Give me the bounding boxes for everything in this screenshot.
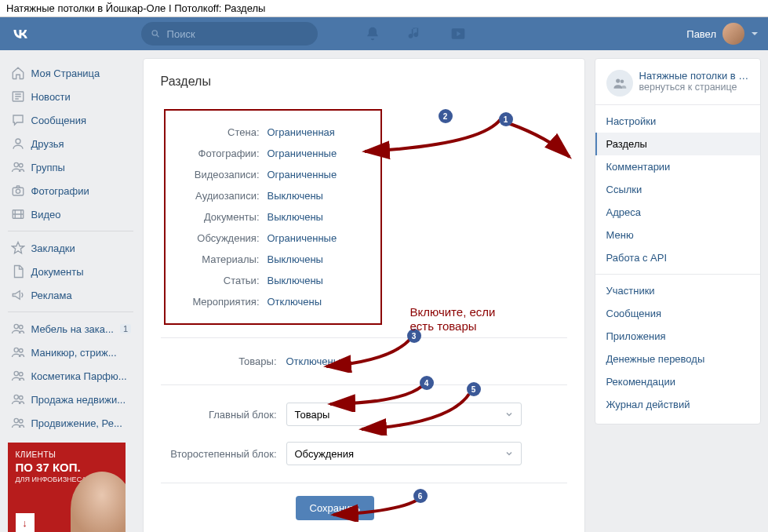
video-play-icon[interactable] <box>450 26 467 42</box>
settings-nav-2[interactable]: Комментарии <box>595 155 760 178</box>
nav-label: Фотографии <box>31 185 89 197</box>
right-panel: Натяжные потолки в Йо... вернуться к стр… <box>595 58 761 425</box>
music-icon[interactable] <box>407 26 423 42</box>
second-block-select[interactable]: Обсуждения <box>286 442 522 465</box>
nav-primary-item-6[interactable]: Видео <box>8 202 133 226</box>
annotation-badge-5: 5 <box>467 382 481 396</box>
search-icon <box>151 28 161 39</box>
settings-nav-1[interactable]: Разделы <box>595 133 760 155</box>
annotation-badge-6: 6 <box>413 489 428 503</box>
section-value[interactable]: Ограниченные <box>268 169 337 180</box>
nav-label: Документы <box>31 266 84 278</box>
nav-label: Друзья <box>31 138 64 150</box>
search-box[interactable] <box>141 22 318 46</box>
svg-point-9 <box>14 324 18 328</box>
section-value[interactable]: Ограниченная <box>268 126 335 138</box>
section-row-8: Мероприятия:Отключены <box>166 291 368 312</box>
nav-label: Реклама <box>31 290 72 301</box>
section-value[interactable]: Выключены <box>268 190 323 202</box>
nav-primary-item-4[interactable]: Группы <box>8 155 133 179</box>
nav-secondary-item-2[interactable]: Реклама <box>8 283 133 307</box>
vk-logo-icon[interactable] <box>9 23 31 45</box>
settings-nav-5[interactable]: Меню <box>595 224 760 246</box>
back-link[interactable]: вернуться к странице <box>639 82 749 93</box>
group-name: Натяжные потолки в Йо... <box>639 70 749 82</box>
section-row-7: Статьи:Выключены <box>166 270 368 291</box>
settings-nav2-5[interactable]: Журнал действий <box>595 393 760 416</box>
nav-primary-item-5[interactable]: Фотографии <box>8 179 133 202</box>
search-input[interactable] <box>167 28 308 40</box>
section-value[interactable]: Выключены <box>268 211 323 223</box>
products-value[interactable]: Отключены <box>286 355 340 367</box>
settings-nav-6[interactable]: Работа с API <box>595 246 760 269</box>
nav-label: Моя Страница <box>31 67 100 79</box>
settings-nav-3[interactable]: Ссылки <box>595 178 760 201</box>
svg-point-0 <box>152 31 157 35</box>
nav-primary-item-1[interactable]: Новости <box>8 85 133 108</box>
nav-primary-item-2[interactable]: Сообщения <box>8 108 133 132</box>
nav-secondary-item-1[interactable]: Документы <box>8 260 133 283</box>
nav-label: Видео <box>31 209 61 220</box>
section-row-3: Аудиозаписи:Выключены <box>166 185 368 206</box>
user-menu[interactable]: Павел <box>686 23 759 45</box>
topbar: Павел <box>0 17 768 50</box>
section-label: Мероприятия: <box>166 296 268 308</box>
section-value[interactable]: Выключены <box>268 253 323 265</box>
svg-point-17 <box>14 418 18 422</box>
section-row-0: Стена:Ограниченная <box>166 122 368 143</box>
section-label: Аудиозаписи: <box>166 190 268 202</box>
products-row: Товары: Отключены <box>161 351 567 372</box>
section-row-2: Видеозаписи:Ограниченные <box>166 164 368 185</box>
nav-label: Закладки <box>31 242 75 254</box>
svg-point-5 <box>19 164 23 168</box>
annotation-badge-4: 4 <box>420 376 434 390</box>
username: Павел <box>686 28 716 40</box>
section-value[interactable]: Ограниченные <box>268 232 337 244</box>
section-label: Видеозаписи: <box>166 169 268 180</box>
second-block-label: Второстепенный блок: <box>161 448 286 460</box>
nav-label: Продвижение, Ре... <box>31 417 122 429</box>
main-block-select[interactable]: Товары <box>286 403 522 426</box>
nav-group-item-0[interactable]: Мебель на зака...1 <box>8 317 133 341</box>
ad-arrow-icon: ↓ <box>16 513 35 532</box>
section-value[interactable]: Ограниченные <box>268 148 337 159</box>
right-header[interactable]: Натяжные потолки в Йо... вернуться к стр… <box>595 67 760 105</box>
save-button[interactable]: Сохранить <box>296 496 375 520</box>
nav-group-item-3[interactable]: Продажа недвижи... <box>8 388 133 411</box>
settings-nav2-1[interactable]: Сообщения <box>595 302 760 325</box>
svg-point-12 <box>19 349 23 353</box>
panel-title: Разделы <box>161 75 567 89</box>
settings-nav-4[interactable]: Адреса <box>595 201 760 224</box>
settings-nav2-4[interactable]: Рекомендации <box>595 370 760 393</box>
chevron-down-icon <box>505 450 513 457</box>
nav-label: Сообщения <box>31 115 87 126</box>
nav-group-item-4[interactable]: Продвижение, Ре... <box>8 411 133 435</box>
nav-secondary-item-0[interactable]: Закладки <box>8 236 133 260</box>
avatar <box>723 23 744 45</box>
section-row-5: Обсуждения:Ограниченные <box>166 228 368 249</box>
products-label: Товары: <box>161 355 286 367</box>
svg-point-10 <box>19 326 23 330</box>
section-value[interactable]: Выключены <box>268 275 323 286</box>
settings-nav2-3[interactable]: Денежные переводы <box>595 348 760 370</box>
svg-point-13 <box>14 371 18 375</box>
settings-nav2-2[interactable]: Приложения <box>595 325 760 348</box>
nav-group-item-1[interactable]: Маникюр, стриж... <box>8 341 133 364</box>
browser-tab-title: Натяжные потолки в Йошкар-Оле I Потолкоf… <box>0 0 768 17</box>
settings-nav2-0[interactable]: Участники <box>595 279 760 302</box>
nav-label: Косметика Парфю... <box>31 370 127 382</box>
settings-nav-0[interactable]: Настройки <box>595 110 760 133</box>
notifications-icon[interactable] <box>365 26 380 42</box>
svg-point-19 <box>616 78 620 82</box>
ad-banner[interactable]: КЛИЕНТЫ ПО 37 КОП. ДЛЯ ИНФОБИЗНЕСА ↓ <box>8 443 126 532</box>
svg-point-3 <box>16 139 20 144</box>
nav-group-item-2[interactable]: Косметика Парфю... <box>8 364 133 388</box>
svg-point-20 <box>620 80 624 84</box>
group-avatar-icon <box>606 70 633 97</box>
annotation-badge-1: 1 <box>499 112 513 126</box>
nav-primary-item-0[interactable]: Моя Страница <box>8 61 133 85</box>
section-value[interactable]: Отключены <box>268 296 322 308</box>
nav-primary-item-3[interactable]: Друзья <box>8 132 133 155</box>
second-block-value: Обсуждения <box>295 448 355 460</box>
nav-badge: 1 <box>120 324 131 333</box>
